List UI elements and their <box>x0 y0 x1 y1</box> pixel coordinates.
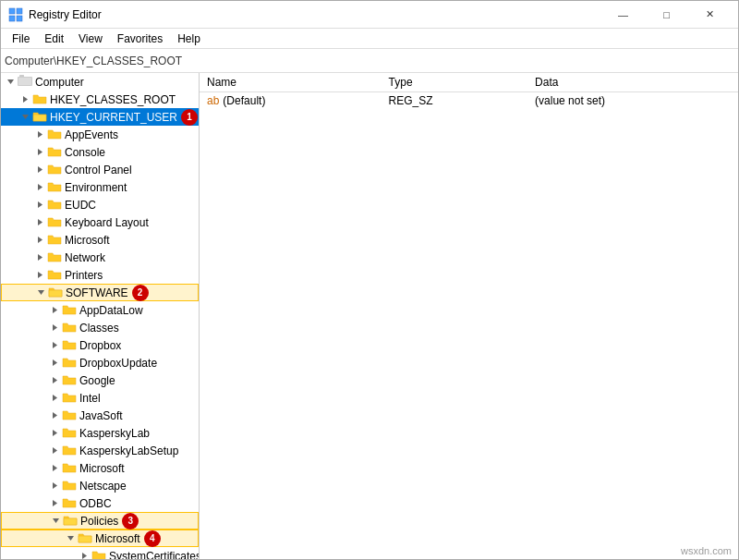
tree-item[interactable]: KasperskyLabSetup <box>1 442 199 459</box>
registry-rows: ab(Default)REG_SZ(value not set) <box>200 92 738 110</box>
tree-item[interactable]: Policies3 <box>1 512 199 530</box>
tree-expander[interactable] <box>47 394 62 402</box>
tree-expander[interactable] <box>48 517 63 525</box>
tree-item[interactable]: Network <box>1 249 199 266</box>
tree-item[interactable]: Console <box>1 143 199 161</box>
tree-expander[interactable] <box>47 359 62 367</box>
tree-expander[interactable] <box>47 306 62 314</box>
tree-item[interactable]: Keyboard Layout <box>1 213 199 231</box>
svg-rect-6 <box>19 75 24 78</box>
tree-item[interactable]: DropboxUpdate <box>1 354 199 371</box>
cell-type: REG_SZ <box>382 92 528 110</box>
table-row[interactable]: ab(Default)REG_SZ(value not set) <box>200 92 738 110</box>
tree-expander[interactable] <box>47 499 62 507</box>
svg-marker-19 <box>38 290 44 295</box>
tree-item[interactable]: Dropbox <box>1 336 199 354</box>
svg-marker-26 <box>53 412 57 419</box>
maximize-button[interactable]: □ <box>646 1 687 29</box>
tree-item-label: HKEY_CURRENT_USER <box>50 111 177 124</box>
tree-item[interactable]: Netscape <box>1 477 199 494</box>
tree-item[interactable]: AppDataLow <box>1 301 199 319</box>
svg-marker-12 <box>38 166 42 173</box>
folder-icon <box>62 303 77 318</box>
svg-rect-7 <box>18 78 31 85</box>
tree-expander[interactable] <box>32 183 47 191</box>
tree-item[interactable]: ODBC <box>1 494 199 512</box>
folder-icon <box>47 268 62 283</box>
step-badge: 4 <box>144 530 161 547</box>
tree-expander[interactable] <box>32 236 47 244</box>
tree-expander[interactable] <box>47 481 62 490</box>
tree-expander[interactable] <box>18 95 32 103</box>
folder-icon <box>91 549 106 560</box>
tree-expander[interactable] <box>33 288 48 297</box>
tree-expander[interactable] <box>77 552 91 559</box>
tree-expander[interactable] <box>47 376 62 384</box>
menu-bar: FileEditViewFavoritesHelp <box>1 29 738 49</box>
svg-marker-24 <box>53 377 57 383</box>
tree-expander[interactable] <box>47 411 62 420</box>
tree-item-label: Network <box>65 251 105 264</box>
tree-expander[interactable] <box>32 130 47 139</box>
menu-item-edit[interactable]: Edit <box>37 30 71 47</box>
col-data: Data <box>527 73 738 92</box>
tree-item[interactable]: Computer <box>1 73 199 91</box>
tree-expander[interactable] <box>18 113 32 121</box>
tree-item[interactable]: HKEY_CLASSES_ROOT <box>1 91 199 108</box>
menu-item-help[interactable]: Help <box>170 30 208 47</box>
tree-expander[interactable] <box>32 165 47 174</box>
tree-item[interactable]: Intel <box>1 389 199 407</box>
tree-item[interactable]: SOFTWARE2 <box>1 284 199 301</box>
value-icon: ab <box>207 94 219 107</box>
folder-icon <box>62 426 77 441</box>
tree-expander[interactable] <box>32 218 47 226</box>
tree-item[interactable]: Classes <box>1 319 199 336</box>
tree-item[interactable]: KasperskyLab <box>1 424 199 442</box>
tree-expander[interactable] <box>47 341 62 349</box>
step-badge: 2 <box>132 285 149 301</box>
close-button[interactable]: ✕ <box>689 1 731 29</box>
tree-item-label: Environment <box>65 181 127 194</box>
minimize-button[interactable]: — <box>602 1 644 29</box>
folder-icon <box>47 233 62 248</box>
tree-item[interactable]: HKEY_CURRENT_USER1 <box>1 108 199 126</box>
tree-panel[interactable]: ComputerHKEY_CLASSES_ROOTHKEY_CURRENT_US… <box>1 73 200 559</box>
tree-expander[interactable] <box>32 253 47 262</box>
tree-item[interactable]: AppEvents <box>1 126 199 143</box>
tree-item[interactable]: EUDC <box>1 196 199 213</box>
folder-icon <box>63 514 78 529</box>
svg-marker-27 <box>53 430 57 436</box>
folder-icon <box>32 110 47 125</box>
tree-expander[interactable] <box>32 271 47 279</box>
tree-expander[interactable] <box>47 446 62 455</box>
tree-expander[interactable] <box>3 78 18 86</box>
svg-marker-18 <box>38 272 42 278</box>
menu-item-view[interactable]: View <box>71 30 110 47</box>
tree-item[interactable]: Microsoft <box>1 231 199 249</box>
tree-item[interactable]: Environment <box>1 178 199 196</box>
svg-marker-28 <box>53 447 57 454</box>
folder-icon <box>62 461 77 476</box>
title-bar: Registry Editor — □ ✕ <box>1 1 738 29</box>
tree-expander[interactable] <box>47 429 62 437</box>
tree-item[interactable]: Microsoft <box>1 459 199 477</box>
menu-item-file[interactable]: File <box>5 30 37 47</box>
folder-icon <box>62 356 77 371</box>
svg-marker-30 <box>53 482 57 489</box>
tree-item[interactable]: Microsoft4 <box>1 530 199 547</box>
tree-item[interactable]: Printers <box>1 266 199 284</box>
tree-item-label: Keyboard Layout <box>65 216 149 229</box>
menu-item-favorites[interactable]: Favorites <box>110 30 170 47</box>
tree-item[interactable]: SystemCertificates <box>1 547 199 559</box>
tree-item[interactable]: JavaSoft <box>1 407 199 424</box>
tree-expander[interactable] <box>47 464 62 472</box>
tree-expander[interactable] <box>32 148 47 156</box>
tree-item-label: HKEY_CLASSES_ROOT <box>50 93 176 106</box>
tree-expander[interactable] <box>63 534 78 542</box>
tree-expander[interactable] <box>47 323 62 332</box>
tree-item-label: JavaSoft <box>79 409 123 422</box>
tree-item[interactable]: Control Panel <box>1 161 199 178</box>
tree-item-label: EUDC <box>65 199 96 212</box>
tree-item[interactable]: Google <box>1 371 199 389</box>
tree-expander[interactable] <box>32 201 47 209</box>
